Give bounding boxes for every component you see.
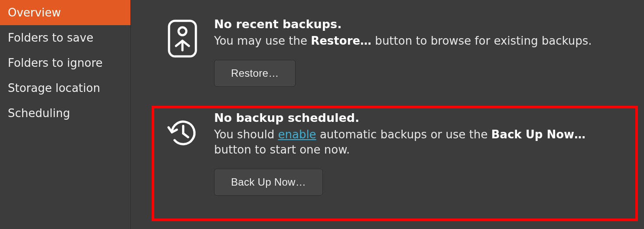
- enable-link[interactable]: enable: [278, 128, 316, 141]
- section-no-backup-scheduled: No backup scheduled. You should enable a…: [166, 111, 626, 196]
- main-content: No recent backups. You may use the Resto…: [131, 0, 644, 229]
- no-backup-scheduled-text: You should enable automatic backups or u…: [214, 127, 626, 157]
- no-recent-backups-text: You may use the Restore… button to brows…: [214, 33, 626, 49]
- sidebar-item-label: Folders to save: [8, 31, 93, 44]
- no-recent-backups-title: No recent backups.: [214, 17, 626, 31]
- sidebar-item-label: Folders to ignore: [8, 56, 103, 69]
- section-no-recent-backups: No recent backups. You may use the Resto…: [166, 17, 626, 87]
- svg-point-1: [179, 27, 186, 35]
- svg-line-4: [183, 134, 188, 137]
- sidebar-item-overview[interactable]: Overview: [0, 0, 130, 25]
- restore-button[interactable]: Restore…: [214, 60, 296, 87]
- sidebar-item-label: Scheduling: [8, 107, 70, 120]
- no-backup-scheduled-title: No backup scheduled.: [214, 111, 626, 124]
- sidebar-item-storage-location[interactable]: Storage location: [0, 75, 130, 101]
- backup-icon: [166, 17, 199, 58]
- sidebar-item-label: Storage location: [8, 82, 100, 95]
- sidebar-item-folders-to-ignore[interactable]: Folders to ignore: [0, 50, 130, 75]
- sidebar-item-scheduling[interactable]: Scheduling: [0, 101, 130, 126]
- sidebar-item-folders-to-save[interactable]: Folders to save: [0, 25, 130, 50]
- back-up-now-button[interactable]: Back Up Now…: [214, 169, 323, 196]
- history-clock-icon: [166, 111, 199, 152]
- sidebar: Overview Folders to save Folders to igno…: [0, 0, 131, 229]
- sidebar-item-label: Overview: [8, 6, 61, 19]
